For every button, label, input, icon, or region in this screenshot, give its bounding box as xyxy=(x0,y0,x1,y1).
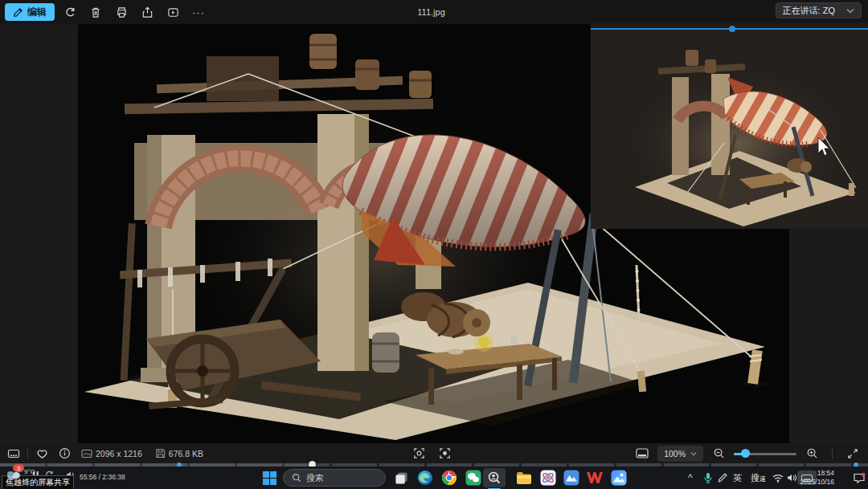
weather-temp: 9°C xyxy=(24,468,35,475)
wps-office-button[interactable] xyxy=(584,470,605,486)
more-button[interactable]: ··· xyxy=(188,2,209,22)
page-title: 111.jpg xyxy=(417,0,444,24)
dimensions-icon xyxy=(81,449,92,458)
zoom-out-button[interactable] xyxy=(710,446,727,461)
view-fit-controls xyxy=(410,443,453,463)
info-button[interactable] xyxy=(55,446,73,461)
notification-badge: 3 xyxy=(13,464,24,472)
letterbox-icon[interactable] xyxy=(633,446,651,461)
pip-scene xyxy=(591,31,868,229)
tray-chevron-up[interactable]: ^ xyxy=(688,472,693,483)
chevron-down-icon xyxy=(846,8,854,14)
tray-time: 18:54 xyxy=(800,469,834,478)
wechat-button[interactable] xyxy=(463,470,484,486)
slideshow-button[interactable] xyxy=(162,2,183,22)
ime-mode-indicator[interactable]: 搜速 xyxy=(751,472,766,484)
zoom-slider[interactable] xyxy=(734,448,796,459)
app-atom-button[interactable] xyxy=(538,470,559,486)
tray-clock[interactable]: 18:54 2025/10/16 xyxy=(800,469,834,487)
filmstrip-toggle-button[interactable] xyxy=(5,446,23,461)
app-mountains-button[interactable] xyxy=(561,470,582,486)
fullscreen-button[interactable] xyxy=(844,446,862,461)
zoom-to-fit-button[interactable] xyxy=(410,446,428,461)
edit-button[interactable]: 编辑 xyxy=(5,3,55,21)
task-view-button[interactable] xyxy=(391,470,411,486)
pen-tray-icon[interactable] xyxy=(712,470,733,486)
zoom-controls: 100% xyxy=(633,443,862,463)
windows-taskbar: 3 9°C 55:56 / 2:36:38 焦越烽的屏幕共享 搜索 ^ 英 搜速… xyxy=(0,467,868,489)
share-button[interactable] xyxy=(137,2,158,22)
search-placeholder: 搜索 xyxy=(306,472,324,484)
divider xyxy=(832,448,833,459)
zoom-in-button[interactable] xyxy=(803,446,821,461)
notification-center-button[interactable] xyxy=(849,470,868,486)
chevron-down-icon xyxy=(690,451,697,456)
file-explorer-button[interactable] xyxy=(514,470,534,486)
playback-time: 55:56 / 2:36:38 xyxy=(80,473,125,481)
zoom-slider-knob[interactable] xyxy=(741,449,750,458)
windows-logo-icon xyxy=(262,471,277,486)
delete-button[interactable] xyxy=(85,2,106,22)
search-icon xyxy=(292,473,301,483)
speaking-label: 正在讲话: ZQ xyxy=(783,5,835,17)
image-dimensions: 2096 x 1216 xyxy=(81,449,142,458)
pencil-icon xyxy=(13,7,23,18)
rotate-button[interactable] xyxy=(59,2,80,22)
ime-language-indicator[interactable]: 英 xyxy=(733,472,742,484)
zoom-level-dropdown[interactable]: 100% xyxy=(657,446,703,462)
start-button[interactable] xyxy=(259,470,280,486)
divider xyxy=(27,448,28,459)
chrome-browser-button[interactable] xyxy=(439,470,460,486)
tray-date: 2025/10/16 xyxy=(800,478,834,487)
tencent-meeting-button[interactable] xyxy=(483,468,506,487)
save-icon xyxy=(155,448,166,458)
speaking-indicator[interactable]: 正在讲话: ZQ xyxy=(776,2,862,18)
file-size: 676.8 KB xyxy=(155,448,203,458)
pip-slider-knob[interactable] xyxy=(729,26,735,32)
photos-app-button[interactable] xyxy=(608,470,629,486)
print-button[interactable] xyxy=(111,2,132,22)
favorite-button[interactable] xyxy=(33,446,51,461)
search-input[interactable]: 搜索 xyxy=(283,469,386,487)
edit-label: 编辑 xyxy=(27,6,47,19)
actual-size-button[interactable] xyxy=(436,446,453,461)
zoom-level: 100% xyxy=(664,449,686,458)
edge-browser-button[interactable] xyxy=(415,470,436,486)
meeting-pip-window[interactable] xyxy=(591,22,868,229)
